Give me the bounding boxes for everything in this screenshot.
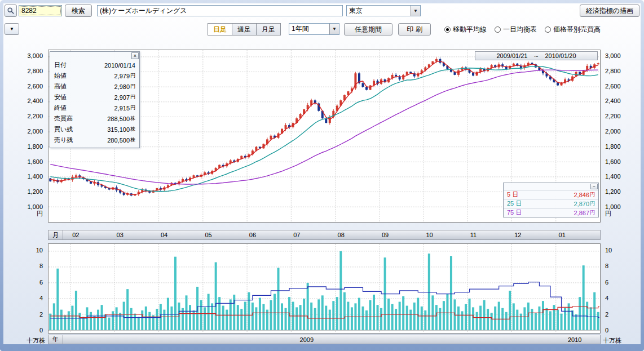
price-tooltip: × 日付2010/01/14始値2,979円高値2,980円安値2,907円終値… [50,51,140,148]
price-tick: 1,600 [19,158,45,165]
tooltip-value: 2,907 [114,94,130,101]
ma-unit: 円 [590,200,595,207]
ma-value: 2,867 [536,210,589,216]
tooltip-label: 売り残 [54,136,73,144]
price-tick: 2,800 [19,68,45,74]
volume-unit-left: 十万株 [14,336,45,345]
custom-period-button[interactable]: 任意期間 [344,23,392,35]
price-tick: 2,400 [603,97,629,104]
dropdown-arrow-icon[interactable]: ▼ [329,24,339,34]
tooltip-row: 売り残280,500株 [52,135,137,145]
tooltip-label: 買い残 [54,125,73,134]
tooltip-row: 買い残315,100株 [52,124,137,135]
month-label: 06 [249,232,256,238]
price-unit: 円 [19,210,45,218]
tooltip-unit: 円 [130,94,135,101]
volume-tick: 0 [19,327,45,334]
price-tick: 1,800 [603,143,629,150]
ma-label: 25 日 [507,199,536,208]
chevron-down-icon: ▼ [10,26,14,32]
year-axis-strip: 年 20092010 [48,335,601,344]
price-tick: 2,000 [603,128,629,135]
tooltip-label: 始値 [54,72,67,80]
ma-legend-row: 5 日2,846円 [504,190,598,199]
ma-legend-row: 25 日2,870円 [504,199,598,208]
company-name-input[interactable] [97,5,343,16]
volume-tick: 8 [19,263,45,269]
search-icon-button[interactable] [5,5,17,17]
date-from: 2009/01/21 [496,52,527,59]
radio-label: 価格帯別売買高 [553,25,601,34]
tooltip-value: 2,980 [114,83,130,90]
volume-tick: 2 [603,311,629,318]
price-tick: 1,400 [19,173,45,180]
search-icon [7,7,15,15]
volume-chart-area [48,243,601,334]
tooltip-label: 売買高 [54,114,73,123]
month-label: 12 [514,232,521,238]
price-tick: 2,000 [19,128,45,135]
month-label: 10 [426,232,433,238]
radio-一目均衡表[interactable]: 一目均衡表 [495,25,537,34]
price-tick: 2,600 [19,83,45,90]
exchange-select[interactable]: 東京 ▼ [346,5,421,16]
tooltip-unit: 株 [130,126,135,133]
date-separator: ～ [533,52,540,60]
search-button[interactable]: 検索 [65,5,92,17]
month-label: 08 [338,232,345,238]
volume-tick: 6 [19,279,45,286]
radio-移動平均線[interactable]: 移動平均線 [444,25,487,34]
tooltip-value: 315,100 [107,126,130,133]
year-label: 2009 [300,336,314,343]
tooltip-row: 高値2,980円 [52,81,137,92]
date-to: 2010/01/20 [545,52,576,59]
month-label: 03 [117,232,123,238]
radio-icon [545,26,551,33]
tab-週足[interactable]: 週足 [232,23,257,35]
tooltip-value: 2,979 [114,73,130,79]
month-label: 09 [382,232,389,238]
price-tick: 1,200 [19,188,45,195]
tooltip-rows: 日付2010/01/14始値2,979円高値2,980円安値2,907円終値2,… [52,60,137,145]
price-axis-left: 3,0002,8002,6002,4002,2002,0001,8001,600… [19,50,45,223]
price-tick: 3,000 [603,52,629,59]
tooltip-value: 2,915 [114,105,130,112]
draw-economic-indicator-button[interactable]: 経済指標の描画 [580,5,639,17]
volume-axis-left: 1086420 [19,243,45,334]
tooltip-value: 288,500 [107,115,130,122]
tooltip-unit: 円 [130,104,135,112]
tab-月足[interactable]: 月足 [256,23,281,35]
month-label: 02 [72,232,79,238]
print-button[interactable]: 印 刷 [398,23,431,35]
ma-value: 2,846 [536,192,589,198]
tooltip-label: 日付 [54,61,67,69]
price-tick: 1,800 [19,143,45,150]
exchange-value: 東京 [347,6,411,16]
stock-code-input[interactable] [19,5,62,16]
app-content: 検索 東京 ▼ 経済指標の描画 ▼ 日足週足月足 1年間 ▼ 任意期間 印 刷 … [3,3,641,344]
radio-icon [444,26,451,33]
ma-label: 75 日 [507,208,536,217]
range-select[interactable]: 1年間 ▼ [289,23,339,35]
indicator-radio-group: 移動平均線一目均衡表価格帯別売買高 [444,25,639,34]
minimize-icon[interactable]: − [590,184,598,189]
tooltip-unit: 株 [130,115,135,122]
radio-icon [495,26,501,33]
tooltip-label: 高値 [54,82,67,91]
dropdown-arrow-icon[interactable]: ▼ [411,6,420,16]
panel-dropdown-button[interactable]: ▼ [5,23,19,35]
ma-value: 2,870 [536,201,589,207]
month-label: 11 [470,232,477,238]
tooltip-row: 安値2,907円 [52,92,137,103]
volume-tick: 10 [19,247,45,254]
tooltip-label: 終値 [54,104,67,112]
volume-bar-chart[interactable] [48,244,600,333]
price-axis-right: 3,0002,8002,6002,4002,2002,0001,8001,600… [603,50,629,223]
year-axis-head: 年 [48,335,63,344]
tab-日足[interactable]: 日足 [208,23,232,35]
price-unit: 円 [603,210,629,218]
close-icon[interactable]: × [131,52,139,59]
radio-価格帯別売買高[interactable]: 価格帯別売買高 [545,25,601,34]
radio-label: 一目均衡表 [503,25,537,34]
range-value: 1年間 [289,24,329,34]
